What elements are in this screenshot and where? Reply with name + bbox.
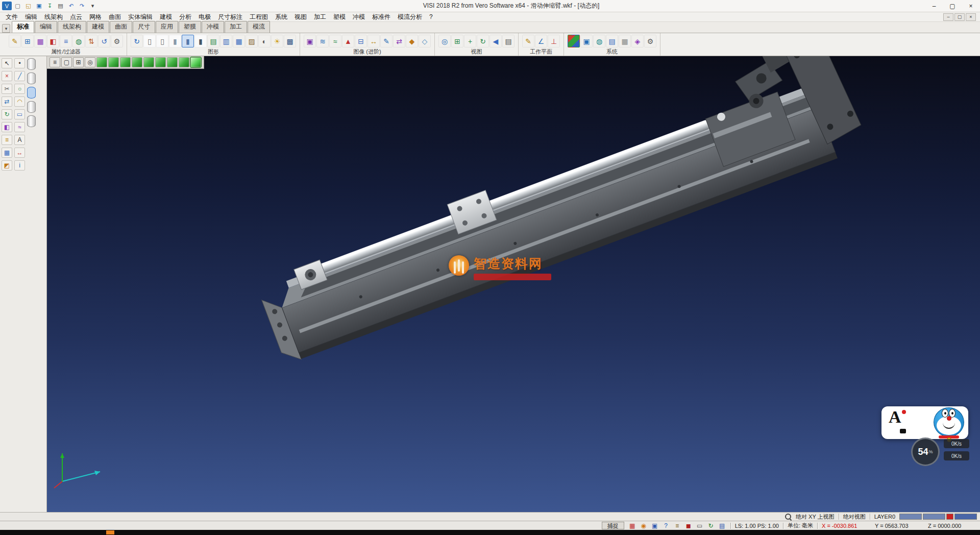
mdi-minimize-button[interactable]: – bbox=[943, 13, 953, 21]
slide-arm-assembly[interactable] bbox=[240, 56, 869, 365]
rectangle-icon[interactable]: ▭ bbox=[14, 109, 25, 119]
tab[interactable]: 编辑 bbox=[35, 21, 57, 33]
update-icon[interactable]: ↻ bbox=[707, 522, 715, 529]
zoom-window-icon[interactable]: ⊞ bbox=[451, 35, 463, 47]
taskbar-app-icon[interactable] bbox=[106, 530, 114, 534]
reset-filter-icon[interactable]: ↺ bbox=[98, 35, 110, 47]
app-icon[interactable]: V bbox=[2, 2, 12, 10]
table-icon[interactable]: ▤ bbox=[606, 35, 618, 47]
column-display-icon[interactable]: ▥ bbox=[220, 35, 232, 47]
mirror-icon[interactable]: ◧ bbox=[2, 122, 12, 132]
solid-history-icon-3[interactable] bbox=[27, 87, 36, 99]
layer-filter-icon[interactable]: ≡ bbox=[60, 35, 72, 47]
mdi-restore-button[interactable]: ▢ bbox=[954, 13, 965, 21]
capture-icon[interactable]: ◉ bbox=[640, 522, 648, 529]
menu-item[interactable]: 加工 bbox=[310, 13, 330, 21]
model-3d-render[interactable] bbox=[47, 56, 980, 512]
view-right-icon[interactable] bbox=[155, 57, 166, 67]
attribute-edit-icon[interactable]: ✎ bbox=[9, 35, 21, 47]
menu-item[interactable]: 标准件 bbox=[369, 13, 394, 21]
solid-history-icon-2[interactable] bbox=[27, 72, 36, 84]
menu-item[interactable]: 文件 bbox=[2, 13, 21, 21]
line-icon[interactable]: ╱ bbox=[14, 71, 25, 81]
menu-item[interactable]: 实体编辑 bbox=[125, 13, 156, 21]
3d-viewport[interactable]: ≡▢⊞◎ 智造资料网 A 54 % 0K bbox=[47, 56, 980, 512]
hidden-line-mode-icon[interactable]: ▯ bbox=[156, 35, 168, 47]
snapshot-icon[interactable]: ◈ bbox=[631, 35, 644, 47]
dynamic-view-icon[interactable]: ◎ bbox=[85, 57, 95, 67]
menu-item[interactable]: 点云 bbox=[66, 13, 86, 21]
redraw-icon[interactable]: ↻ bbox=[131, 35, 143, 47]
material-icon[interactable]: ◐ bbox=[258, 35, 271, 47]
view-back-icon[interactable] bbox=[132, 57, 142, 67]
table-icon[interactable]: ▤ bbox=[718, 522, 726, 529]
menu-item[interactable]: 线架构 bbox=[41, 13, 66, 21]
menu-item[interactable]: 电极 bbox=[195, 13, 214, 21]
menu-item[interactable]: 建模 bbox=[156, 13, 176, 21]
annotate-icon[interactable]: ✎ bbox=[380, 35, 393, 47]
new-document-icon[interactable]: ▢ bbox=[13, 2, 22, 10]
texture-icon[interactable]: ▨ bbox=[246, 35, 258, 47]
point-icon[interactable]: • bbox=[14, 58, 25, 68]
color-settings-icon[interactable] bbox=[568, 35, 580, 47]
quad-viewport-icon[interactable]: ⊞ bbox=[73, 57, 84, 67]
tab[interactable]: 模流 bbox=[248, 21, 270, 33]
tab[interactable]: 冲模 bbox=[202, 21, 224, 33]
trim-icon[interactable]: ✂ bbox=[2, 84, 12, 94]
move-icon[interactable]: ⇄ bbox=[2, 96, 12, 107]
color-filter-icon[interactable]: ◧ bbox=[47, 35, 59, 47]
view-orientation-status[interactable]: 绝对 XY 上视图 bbox=[796, 513, 835, 521]
snap-grid-icon[interactable]: ▦ bbox=[628, 522, 636, 529]
absolute-view-status[interactable]: 绝对视图 bbox=[843, 513, 866, 521]
workplane-align-icon[interactable]: ∠ bbox=[535, 35, 547, 47]
explode-view-icon[interactable]: ◆ bbox=[406, 35, 418, 47]
offset-icon[interactable]: ≡ bbox=[2, 135, 12, 145]
curve-icon[interactable]: ≈ bbox=[14, 122, 25, 132]
preview-icon[interactable]: ▣ bbox=[651, 522, 659, 529]
print-icon[interactable]: ▤ bbox=[56, 2, 65, 10]
import-icon[interactable]: ↧ bbox=[45, 2, 55, 10]
active-color-swatch[interactable] bbox=[946, 514, 953, 520]
view-list-icon[interactable]: ▤ bbox=[502, 35, 514, 47]
dynamic-section-icon[interactable]: ⊟ bbox=[355, 35, 367, 47]
globe-icon[interactable]: ◍ bbox=[593, 35, 605, 47]
view-front-icon[interactable] bbox=[120, 57, 131, 67]
workplane-reset-icon[interactable]: ⊥ bbox=[548, 35, 560, 47]
menu-item[interactable]: 塑模 bbox=[330, 13, 349, 21]
color-swatch-2[interactable] bbox=[923, 514, 945, 520]
attribute-copy-icon[interactable]: ⊞ bbox=[21, 35, 34, 47]
menu-item[interactable]: 编辑 bbox=[21, 13, 41, 21]
section-view-icon[interactable]: ▤ bbox=[207, 35, 219, 47]
close-button[interactable]: × bbox=[962, 0, 980, 12]
help-icon[interactable]: ? bbox=[662, 522, 670, 529]
grid-display-icon[interactable]: ▦ bbox=[233, 35, 245, 47]
tab[interactable]: 曲面 bbox=[110, 21, 132, 33]
menu-item[interactable]: 视图 bbox=[291, 13, 310, 21]
measure-icon[interactable]: ↔ bbox=[368, 35, 380, 47]
percent-indicator[interactable]: 54 % bbox=[911, 437, 940, 466]
pattern-icon[interactable]: ▦ bbox=[2, 148, 12, 158]
tab[interactable]: 尺寸 bbox=[133, 21, 155, 33]
display-settings-icon[interactable]: ▣ bbox=[580, 35, 593, 47]
snap-button[interactable]: 捕捉 bbox=[602, 522, 624, 529]
color-swatch-1[interactable] bbox=[899, 514, 922, 520]
menu-item[interactable]: 曲面 bbox=[105, 13, 125, 21]
render-mode-icon[interactable]: ▮ bbox=[194, 35, 207, 47]
pan-view-icon[interactable]: + bbox=[464, 35, 476, 47]
menu-item[interactable]: 系统 bbox=[272, 13, 291, 21]
shaded-mode-icon[interactable]: ▮ bbox=[169, 35, 181, 47]
tab[interactable]: 建模 bbox=[87, 21, 109, 33]
menu-item[interactable]: 工程图 bbox=[246, 13, 272, 21]
dimension-icon[interactable]: ↔ bbox=[14, 148, 25, 158]
tab[interactable]: 应用 bbox=[156, 21, 178, 33]
shaded-edges-mode-icon[interactable]: ▮ bbox=[182, 35, 194, 47]
menu-item[interactable]: 冲模 bbox=[349, 13, 369, 21]
zoom-all-icon[interactable]: ◎ bbox=[438, 35, 451, 47]
light-icon[interactable]: ☀ bbox=[271, 35, 283, 47]
menu-item[interactable]: 尺寸标注 bbox=[214, 13, 246, 21]
menu-item[interactable]: 分析 bbox=[176, 13, 195, 21]
type-filter-icon[interactable]: ◍ bbox=[72, 35, 85, 47]
attributes-icon[interactable]: ◩ bbox=[2, 160, 12, 171]
compare-icon[interactable]: ⇄ bbox=[393, 35, 405, 47]
element-filter-icon[interactable]: ▦ bbox=[34, 35, 46, 47]
